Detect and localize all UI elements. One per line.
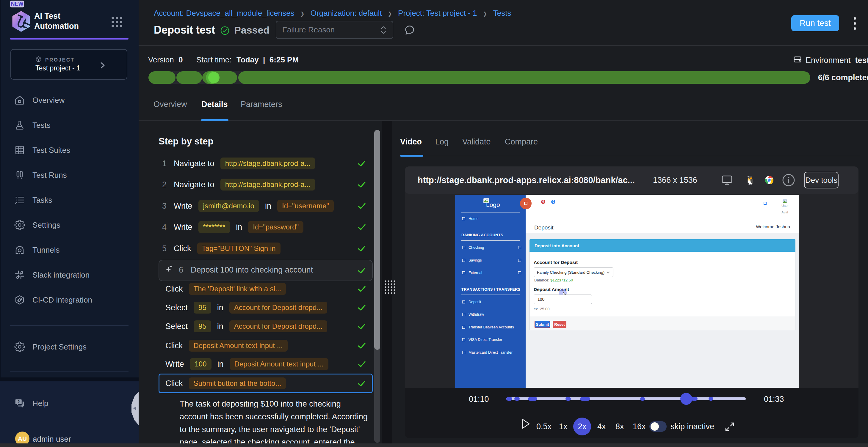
- svg-text:?: ?: [17, 400, 20, 404]
